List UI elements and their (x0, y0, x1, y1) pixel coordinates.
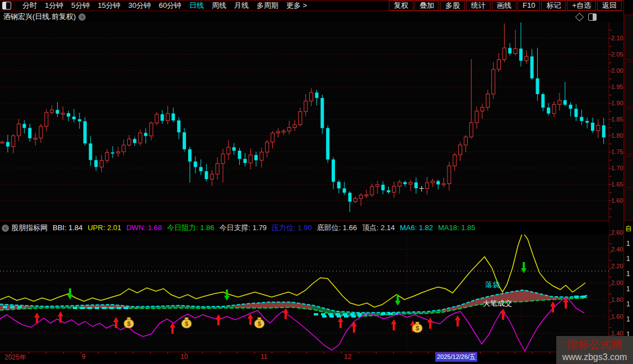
buy-arrow-icon (351, 321, 357, 333)
period-item-60分钟[interactable]: 60分钟 (159, 1, 181, 11)
x-axis-tick (150, 352, 151, 354)
tool-button-+自选[interactable]: +自选 (567, 1, 596, 11)
x-axis-tick (98, 352, 99, 354)
buy-arrow-icon (391, 319, 397, 330)
top-toolbar: 分时1分钟5分钟15分钟30分钟60分钟日线周线月线多周期更多 > 复权叠加多股… (0, 0, 633, 11)
x-axis-tick (220, 352, 220, 354)
price-axis-label: 1.75 (611, 148, 630, 155)
x-axis-tick (306, 352, 307, 354)
chart-canvas[interactable]: $$$$ (0, 0, 633, 364)
window-split-icon[interactable] (2, 2, 11, 10)
tool-buttons: 复权叠加多股统计画线F10标记+自选返回 (388, 1, 622, 11)
svg-text:$: $ (127, 320, 131, 327)
sidebar-price-fragment: 1 (626, 315, 630, 323)
x-axis-tick (81, 352, 81, 354)
period-item-分时[interactable]: 分时 (22, 1, 37, 11)
period-menu: 分时1分钟5分钟15分钟30分钟60分钟日线周线月线多周期更多 > (18, 1, 311, 11)
diamond-icon[interactable] (575, 12, 584, 21)
x-axis-tick (133, 352, 133, 354)
indicator-header: ∨ 股朋指标网 BBI: 1.84UPR: 2.01DWN: 1.68今日阻力:… (0, 221, 609, 235)
x-axis-tick (550, 352, 550, 354)
sidebar-price-fragment: 1 (626, 300, 630, 308)
money-bag-icon: $ (181, 318, 192, 328)
period-item-更多 >[interactable]: 更多 > (286, 1, 307, 11)
x-axis-tick (532, 352, 533, 354)
price-axis-label: 1.80 (611, 132, 630, 139)
indicator-values: BBI: 1.84UPR: 2.01DWN: 1.68今日阻力: 1.86今日支… (53, 223, 480, 233)
x-axis-label: 10 (180, 353, 188, 361)
tool-button-统计[interactable]: 统计 (466, 1, 491, 11)
buy-arrow-icon (170, 323, 175, 334)
price-axis-label: 2.10 (611, 35, 630, 41)
x-axis-tick (497, 352, 498, 354)
toolbar-divider (15, 1, 15, 10)
price-axis-label: 1.95 (611, 83, 630, 90)
sell-arrow-icon (521, 262, 527, 273)
annotation-luodai: 落袋 (485, 280, 500, 290)
watermark: 指标公式网 www.zbgs3.com (556, 336, 633, 364)
tool-button-多股[interactable]: 多股 (440, 1, 465, 11)
buy-arrow-icon (455, 315, 460, 326)
panel-toggle-icon[interactable] (588, 13, 597, 21)
period-item-5分钟[interactable]: 5分钟 (71, 1, 90, 11)
x-axis-label: 2025年 (4, 353, 26, 362)
period-item-多周期[interactable]: 多周期 (257, 1, 278, 11)
indicator-field: 底部位: 1.66 (317, 223, 357, 232)
buy-arrow-icon (248, 314, 253, 325)
indicator-field: DWN: 1.68 (126, 223, 162, 232)
sell-arrow-icon (224, 290, 230, 301)
tool-button-返回[interactable]: 返回 (597, 1, 622, 11)
price-axis-label: 1.65 (611, 181, 630, 188)
x-axis-tick (393, 352, 394, 354)
tool-button-复权[interactable]: 复权 (389, 1, 413, 11)
buy-arrow-icon (283, 308, 288, 319)
price-axis-label: 2.20 (611, 263, 630, 269)
x-axis-tick (46, 352, 46, 354)
indicator-field: 今日阻力: 1.86 (167, 223, 215, 232)
x-axis-tick (237, 352, 238, 354)
tool-button-画线[interactable]: 画线 (492, 1, 516, 11)
period-item-15分钟[interactable]: 15分钟 (97, 1, 120, 11)
price-axis-label: 2.60 (611, 229, 630, 236)
chevron-down-icon[interactable]: ∨ (78, 13, 86, 21)
x-axis-tick (202, 352, 203, 354)
x-axis-tick (167, 352, 168, 354)
trading-app-window: $$$$ 分时1分钟5分钟15分钟30分钟60分钟日线周线月线多周期更多 > 复… (0, 0, 633, 364)
svg-text:$: $ (416, 325, 419, 332)
indicator-field: 压力位: 1.90 (272, 223, 312, 232)
period-item-月线[interactable]: 月线 (234, 1, 249, 11)
period-item-日线[interactable]: 日线 (189, 1, 204, 11)
candlestick-series (1, 20, 606, 212)
annotation-dabi: 大笔成交 (483, 298, 512, 309)
indicator-field: BBI: 1.84 (53, 223, 82, 232)
watermark-cn: 指标公式网 (567, 338, 623, 352)
period-item-30分钟[interactable]: 30分钟 (128, 1, 151, 11)
indicator-field: MA18: 1.85 (438, 223, 476, 232)
buy-arrow-icon (338, 317, 343, 328)
indicator-field: 今日支撑: 1.79 (220, 223, 267, 232)
watermark-url: www.zbgs3.com (562, 352, 627, 362)
time-axis (0, 352, 623, 362)
sidebar-price-fragment: 1 (626, 255, 630, 263)
period-item-周线[interactable]: 周线 (212, 1, 226, 11)
money-bag-icon: $ (254, 318, 264, 328)
tool-button-F10[interactable]: F10 (518, 1, 540, 11)
tool-button-叠加[interactable]: 叠加 (415, 1, 439, 11)
tool-button-标记[interactable]: 标记 (541, 1, 566, 11)
buy-arrow-icon (58, 311, 63, 323)
money-bag-icon: $ (124, 318, 134, 328)
collapse-icon[interactable]: ∨ (2, 225, 9, 232)
svg-text:$: $ (258, 320, 261, 327)
period-item-1分钟[interactable]: 1分钟 (45, 1, 63, 11)
buy-arrow-icon (216, 314, 221, 325)
indicator-source[interactable]: 股朋指标网 (11, 223, 48, 233)
x-axis-tick (463, 352, 463, 354)
sidebar-box (625, 189, 633, 221)
x-axis-tick (324, 352, 324, 354)
buy-arrow-icon (113, 317, 119, 328)
x-axis-tick (63, 352, 64, 354)
x-axis-tick (272, 352, 272, 354)
x-axis-tick (411, 352, 411, 354)
price-axis-label: 1.60 (611, 197, 630, 204)
indicator-field: UPR: 2.01 (87, 223, 121, 232)
